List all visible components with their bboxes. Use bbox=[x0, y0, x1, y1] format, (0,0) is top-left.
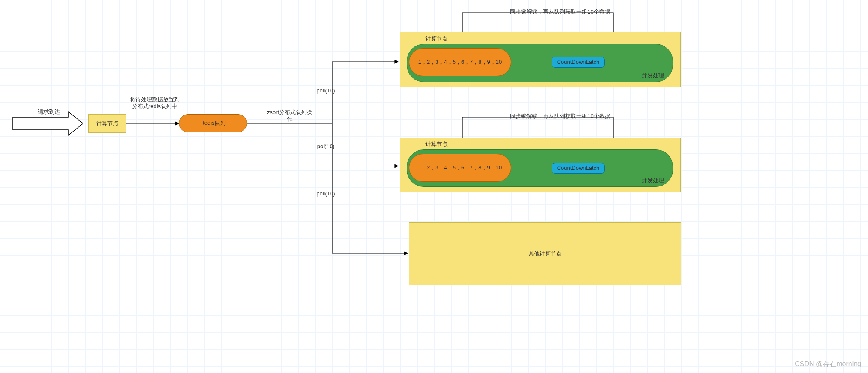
watermark: CSDN @存在morning bbox=[795, 360, 861, 369]
compute-node-left: 计算节点 bbox=[88, 114, 126, 133]
compute-node-left-label: 计算节点 bbox=[96, 120, 118, 127]
other-compute-nodes-label: 其他计算节点 bbox=[529, 250, 562, 257]
zsort-label: zsort分布式队列操 作 bbox=[262, 109, 317, 123]
compute-node-top-title: 计算节点 bbox=[422, 35, 451, 42]
poll-bot-label: poll(10) bbox=[313, 190, 339, 197]
cdl-top: CountDownLatch bbox=[552, 57, 605, 68]
concurrent-top-label: 并发处理 bbox=[642, 72, 664, 79]
cdl-top-label: CountDownLatch bbox=[557, 59, 600, 66]
cdl-mid: CountDownLatch bbox=[552, 163, 605, 174]
to-redis-label: 将待处理数据放置到 分布式redis队列中 bbox=[125, 96, 184, 110]
other-compute-nodes: 其他计算节点 bbox=[409, 222, 681, 285]
numbers-mid: 1，2，3，4，5，6，7，8，9，10 bbox=[409, 154, 511, 182]
loopback-mid-label: 同步锁解锁，再从队列获取一组10个数据 bbox=[500, 113, 620, 120]
poll-top-label: poll(10) bbox=[313, 87, 339, 94]
loopback-top-label: 同步锁解锁，再从队列获取一组10个数据 bbox=[500, 9, 620, 15]
redis-queue: Redis队列 bbox=[179, 114, 247, 132]
numbers-top-label: 1，2，3，4，5，6，7，8，9，10 bbox=[418, 59, 502, 66]
concurrent-mid-label: 并发处理 bbox=[642, 177, 664, 184]
request-arrow-label: 请求到达 bbox=[32, 109, 66, 115]
cdl-mid-label: CountDownLatch bbox=[557, 165, 600, 172]
numbers-top: 1，2，3，4，5，6，7，8，9，10 bbox=[409, 48, 511, 76]
compute-node-mid-title: 计算节点 bbox=[422, 141, 451, 148]
redis-queue-label: Redis队列 bbox=[200, 120, 225, 126]
numbers-mid-label: 1，2，3，4，5，6，7，8，9，10 bbox=[418, 164, 502, 171]
poll-mid-label: pol(10) bbox=[313, 143, 339, 150]
